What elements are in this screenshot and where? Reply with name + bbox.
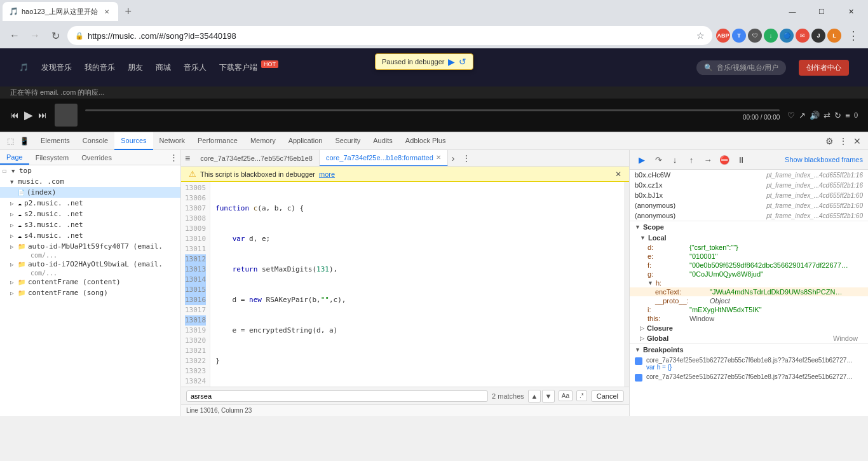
call-stack-item-2[interactable]: b0x.cz1x pt_frame_index_...4cd655ff2b1:1… xyxy=(630,180,868,190)
tree-more[interactable]: ⋮ xyxy=(167,150,180,165)
code-tab-2-close[interactable]: ✕ xyxy=(436,154,441,161)
progress-bar[interactable] xyxy=(85,109,780,111)
tab-audits[interactable]: Audits xyxy=(367,132,399,150)
active-tab[interactable]: 🎵 hao123_上网从这里开始 ✕ xyxy=(3,2,118,21)
search-input[interactable] xyxy=(186,390,488,402)
tree-item-music[interactable]: ▼ music. .com xyxy=(0,176,180,187)
step-btn[interactable]: → xyxy=(701,153,715,167)
tree-item-s4[interactable]: ▷ ☁ s4.music. .net xyxy=(0,230,180,241)
pause-exceptions-btn[interactable]: ⏸ xyxy=(734,153,748,167)
back-button[interactable]: ← xyxy=(6,27,23,44)
breakpoints-header[interactable]: ▼ Breakpoints xyxy=(630,344,868,355)
window-close[interactable]: ✕ xyxy=(836,0,865,23)
nav-shop[interactable]: 商城 xyxy=(156,62,171,73)
search-next-btn[interactable]: ▼ xyxy=(542,390,555,403)
tree-item-autoid2[interactable]: ▷ 📁 auto-id-i7O2HAyOtL9bwiaL (email. xyxy=(0,259,180,270)
device-icon[interactable]: 📱 xyxy=(18,135,31,148)
call-stack-item-5[interactable]: (anonymous) pt_frame_index_...4cd655ff2b… xyxy=(630,210,868,221)
deactivate-bp-btn[interactable]: ⛔ xyxy=(717,153,731,167)
devtools-settings[interactable]: ⚙ xyxy=(822,134,836,148)
share-icon[interactable]: ↗ xyxy=(799,111,806,120)
volume-icon[interactable]: 🔊 xyxy=(810,111,820,120)
var-this[interactable]: this: Window xyxy=(630,314,868,323)
step-into-btn[interactable]: ↓ xyxy=(668,153,682,167)
breakpoint-item-1[interactable]: core_7a734ef25ee51b62727eb55c7f6eb1e8.js… xyxy=(630,355,868,372)
scope-header[interactable]: ▼ Scope xyxy=(630,221,868,233)
ext-mail[interactable]: ✉ xyxy=(796,29,810,43)
tab-memory[interactable]: Memory xyxy=(244,132,282,150)
tree-item-contentframe1[interactable]: ▷ 📁 contentFrame (content) xyxy=(0,277,180,287)
breakpoint-item-2[interactable]: core_7a734ef25ee51b62727eb55c7f6eb1e8.js… xyxy=(630,372,868,383)
repeat-icon[interactable]: ↻ xyxy=(834,111,841,120)
var-h-proto[interactable]: __proto__: Object xyxy=(630,296,868,305)
nav-friends[interactable]: 朋友 xyxy=(128,62,143,73)
bookmark-icon[interactable]: ☆ xyxy=(696,31,705,41)
next-btn[interactable]: ⏭ xyxy=(38,110,47,120)
forward-button[interactable]: → xyxy=(27,27,43,44)
call-stack-item-1[interactable]: b0x.cHc6W pt_frame_index_...4cd655ff2b1:… xyxy=(630,170,868,180)
global-section-header[interactable]: ▷ Global Window xyxy=(630,333,868,343)
tree-item-index[interactable]: 📄 (index) xyxy=(0,187,180,198)
ext-abp[interactable]: ABP xyxy=(716,29,730,43)
ext-j[interactable]: J xyxy=(811,29,825,43)
tree-item-p2[interactable]: ▷ ☁ p2.music. .net xyxy=(0,198,180,209)
tree-item-autoid1[interactable]: ▷ 📁 auto-id-MbUaP1t59fcy40T7 (email. xyxy=(0,241,180,252)
url-text[interactable]: https://music. .com/#/song?id=35440198 xyxy=(88,31,693,41)
show-blackboxed-link[interactable]: Show blackboxed frames xyxy=(785,156,863,163)
var-e[interactable]: e: "010001" xyxy=(630,252,868,261)
code-tab-next[interactable]: › xyxy=(448,150,459,167)
shuffle-icon[interactable]: ⇄ xyxy=(824,111,831,120)
match-case-btn[interactable]: Aa xyxy=(559,390,573,401)
tree-item-s2[interactable]: ▷ ☁ s2.music. .net xyxy=(0,209,180,219)
refresh-button[interactable]: ↻ xyxy=(47,27,64,44)
tab-console[interactable]: Console xyxy=(76,132,114,150)
step-over-icon[interactable]: ↺ xyxy=(459,57,466,67)
tab-sources[interactable]: Sources xyxy=(114,132,153,150)
new-tab-button[interactable]: + xyxy=(119,3,137,20)
var-h[interactable]: ▼ h: xyxy=(630,279,868,287)
ext-translate[interactable]: T xyxy=(732,29,746,43)
url-bar[interactable]: 🔒 https://music. .com/#/song?id=35440198… xyxy=(67,26,712,45)
tree-toggle[interactable]: ≡ xyxy=(181,150,194,167)
tab-network[interactable]: Network xyxy=(153,132,191,150)
code-tab-more[interactable]: ⋮ xyxy=(458,150,475,167)
code-tab-1[interactable]: core_7a734ef25e...7eb55c7f6eb1e8 xyxy=(194,150,320,167)
play-btn[interactable]: ▶ xyxy=(24,108,33,122)
like-icon[interactable]: ♡ xyxy=(787,111,795,120)
var-d[interactable]: d: {"csrf_token":""} xyxy=(630,243,868,252)
tab-security[interactable]: Security xyxy=(329,132,367,150)
site-search-box[interactable]: 🔍 音乐/视频/电台/用户 xyxy=(696,60,786,75)
creator-center-btn[interactable]: 创作者中心 xyxy=(799,60,849,76)
code-tab-2[interactable]: core_7a734ef25e...b1e8:formatted ✕ xyxy=(320,150,448,167)
var-i[interactable]: i: "mEXygHtNW5dxT5IK" xyxy=(630,305,868,314)
browser-menu[interactable]: ⋮ xyxy=(845,27,862,44)
ext-green[interactable]: ↓ xyxy=(764,29,778,43)
bp-check-2[interactable] xyxy=(635,374,642,382)
nav-mymusic[interactable]: 我的音乐 xyxy=(85,62,115,73)
step-over-btn[interactable]: ↷ xyxy=(651,153,665,167)
tab-elements[interactable]: Elements xyxy=(34,132,76,150)
resume-debug-btn[interactable]: ▶ xyxy=(635,153,649,167)
call-stack-item-3[interactable]: b0x.bJ1x pt_frame_index_...4cd655ff2b1:6… xyxy=(630,190,868,200)
bp-check-1[interactable] xyxy=(635,357,642,365)
nav-download[interactable]: 下载客户端 xyxy=(219,62,257,73)
search-prev-btn[interactable]: ▲ xyxy=(528,390,541,403)
ext-profile[interactable]: L xyxy=(827,29,841,43)
var-g[interactable]: g: "0CoJUm0Qyw8W8jud" xyxy=(630,270,868,279)
playlist-icon[interactable]: ≡ xyxy=(845,111,850,120)
nav-discover[interactable]: 发现音乐 xyxy=(41,62,72,73)
code-scrollbar[interactable] xyxy=(624,182,629,387)
window-maximize[interactable]: ☐ xyxy=(807,0,836,23)
prev-btn[interactable]: ⏮ xyxy=(10,110,19,120)
cancel-search-btn[interactable]: Cancel xyxy=(591,390,624,402)
regex-btn[interactable]: .* xyxy=(576,390,587,401)
step-out-btn[interactable]: ↑ xyxy=(684,153,698,167)
var-f[interactable]: f: "00e0b509f6259df8642dbc35662901477df2… xyxy=(630,261,868,270)
tree-item-s3[interactable]: ▷ ☁ s3.music. .net xyxy=(0,219,180,230)
resume-icon[interactable]: ▶ xyxy=(448,57,455,67)
devtools-close[interactable]: ✕ xyxy=(850,134,864,148)
tree-item-top[interactable]: ☐ ▼ top xyxy=(0,165,180,176)
ext-blue[interactable]: 🔵 xyxy=(780,29,794,43)
subtab-page[interactable]: Page xyxy=(0,151,29,165)
ext-shield[interactable]: 🛡 xyxy=(748,29,762,43)
